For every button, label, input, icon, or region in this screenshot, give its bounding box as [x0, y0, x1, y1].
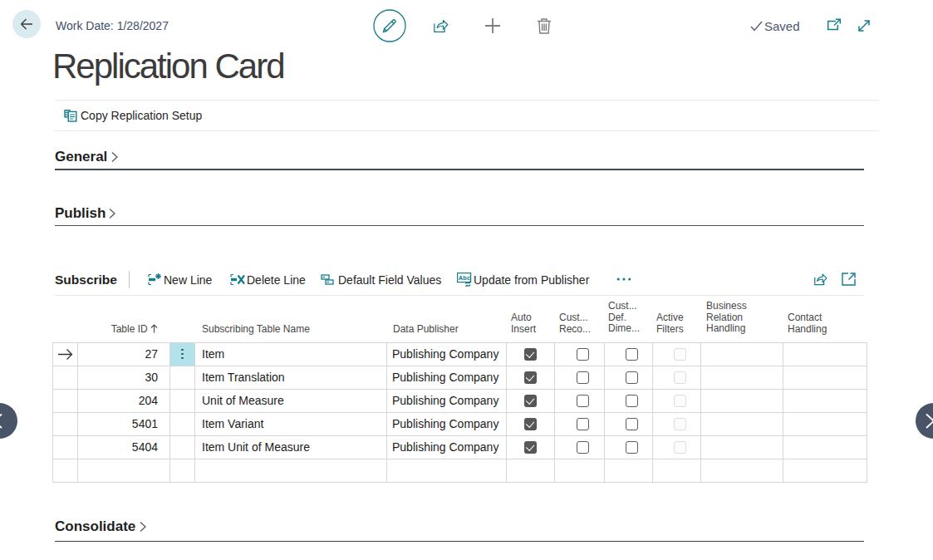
svg-text:Abc: Abc: [459, 274, 470, 282]
